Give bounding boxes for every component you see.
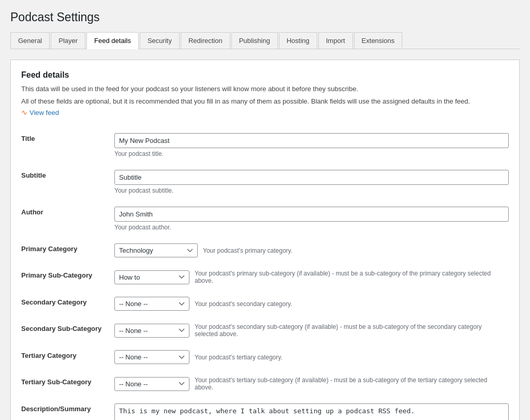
field-label-tertiary-sub-category: Tertiary Sub-Category	[21, 370, 114, 397]
description-textarea[interactable]	[114, 403, 509, 420]
field-cell-primary-sub-category: -- None --How toTech NewsGadgetsPodcasti…	[114, 264, 509, 291]
subtitle-desc: Your podcast subtitle.	[114, 187, 509, 194]
tab-publishing[interactable]: Publishing	[231, 32, 278, 49]
secondary-category-desc: Your podcast's secondary category.	[195, 300, 292, 308]
tab-security[interactable]: Security	[140, 32, 180, 49]
section-desc2: All of these fields are optional, but it…	[21, 96, 509, 107]
primary-category-desc: Your podcast's primary category.	[203, 247, 292, 254]
title-input[interactable]	[114, 133, 509, 148]
secondary-sub-category-desc: Your podcast's secondary sub-category (i…	[195, 323, 505, 338]
field-label-description: Description/Summary	[21, 397, 114, 420]
tertiary-sub-category-desc: Your podcast's tertiary sub-category (if…	[195, 376, 505, 391]
page-title: Podcast Settings	[10, 10, 520, 24]
field-row-secondary-sub-category: Secondary Sub-Category -- None -- Your p…	[21, 317, 509, 344]
field-row-tertiary-category: Tertiary Category -- None --TechnologyAr…	[21, 344, 509, 370]
secondary-category-row: -- None --TechnologyArtsBusinessComedyEd…	[114, 297, 509, 311]
field-cell-primary-category: TechnologyArtsBusinessComedyEducationFic…	[114, 237, 509, 264]
section-title: Feed details	[21, 70, 509, 80]
field-cell-secondary-category: -- None --TechnologyArtsBusinessComedyEd…	[114, 291, 509, 317]
tabs-nav: General Player Feed details Security Red…	[10, 32, 520, 49]
author-input[interactable]	[114, 207, 509, 222]
secondary-sub-category-row: -- None -- Your podcast's secondary sub-…	[114, 323, 509, 338]
field-label-subtitle: Subtitle	[21, 164, 114, 200]
field-row-title: Title Your podcast title.	[21, 127, 509, 164]
tertiary-category-desc: Your podcast's tertiary category.	[195, 354, 283, 361]
settings-form: Title Your podcast title. Subtitle Your …	[21, 127, 509, 420]
field-cell-author: Your podcast author.	[114, 200, 509, 237]
tab-hosting[interactable]: Hosting	[279, 32, 317, 49]
field-row-tertiary-sub-category: Tertiary Sub-Category -- None -- Your po…	[21, 370, 509, 397]
field-label-tertiary-category: Tertiary Category	[21, 344, 114, 370]
field-cell-description	[114, 397, 509, 420]
field-cell-tertiary-sub-category: -- None -- Your podcast's tertiary sub-c…	[114, 370, 509, 397]
field-row-author: Author Your podcast author.	[21, 200, 509, 237]
primary-sub-category-desc: Your podcast's primary sub-category (if …	[195, 270, 505, 284]
primary-sub-category-select[interactable]: -- None --How toTech NewsGadgetsPodcasti…	[114, 270, 189, 284]
field-row-primary-sub-category: Primary Sub-Category -- None --How toTec…	[21, 264, 509, 291]
tab-redirection[interactable]: Redirection	[181, 32, 230, 49]
field-row-subtitle: Subtitle Your podcast subtitle.	[21, 164, 509, 200]
tab-general[interactable]: General	[10, 32, 50, 49]
primary-category-row: TechnologyArtsBusinessComedyEducationFic…	[114, 243, 509, 257]
tertiary-sub-category-select[interactable]: -- None --	[114, 377, 189, 391]
field-cell-title: Your podcast title.	[114, 127, 509, 164]
tab-feed-details[interactable]: Feed details	[86, 32, 139, 49]
secondary-category-select[interactable]: -- None --TechnologyArtsBusinessComedyEd…	[114, 297, 189, 311]
author-desc: Your podcast author.	[114, 224, 509, 231]
rss-icon: ∿	[21, 108, 27, 117]
primary-sub-category-row: -- None --How toTech NewsGadgetsPodcasti…	[114, 270, 509, 284]
field-label-title: Title	[21, 127, 114, 164]
view-feed-label: View feed	[30, 109, 59, 117]
tertiary-category-select[interactable]: -- None --TechnologyArtsBusiness	[114, 350, 189, 364]
subtitle-input[interactable]	[114, 170, 509, 185]
field-label-secondary-sub-category: Secondary Sub-Category	[21, 317, 114, 344]
field-label-secondary-category: Secondary Category	[21, 291, 114, 317]
field-row-secondary-category: Secondary Category -- None --TechnologyA…	[21, 291, 509, 317]
tertiary-category-row: -- None --TechnologyArtsBusiness Your po…	[114, 350, 509, 364]
secondary-sub-category-select[interactable]: -- None --	[114, 324, 189, 338]
section-desc1: This data will be used in the feed for y…	[21, 84, 509, 94]
title-desc: Your podcast title.	[114, 150, 509, 157]
feed-details-panel: Feed details This data will be used in t…	[10, 60, 520, 420]
field-cell-secondary-sub-category: -- None -- Your podcast's secondary sub-…	[114, 317, 509, 344]
tab-player[interactable]: Player	[51, 32, 85, 49]
field-label-primary-sub-category: Primary Sub-Category	[21, 264, 114, 291]
tab-extensions[interactable]: Extensions	[354, 32, 403, 49]
primary-category-select[interactable]: TechnologyArtsBusinessComedyEducationFic…	[114, 243, 198, 257]
field-cell-subtitle: Your podcast subtitle.	[114, 164, 509, 200]
field-row-primary-category: Primary Category TechnologyArtsBusinessC…	[21, 237, 509, 264]
tertiary-sub-category-row: -- None -- Your podcast's tertiary sub-c…	[114, 376, 509, 391]
field-cell-tertiary-category: -- None --TechnologyArtsBusiness Your po…	[114, 344, 509, 370]
field-label-author: Author	[21, 200, 114, 237]
view-feed-link[interactable]: ∿ View feed	[21, 108, 59, 117]
field-row-description: Description/Summary	[21, 397, 509, 420]
tab-import[interactable]: Import	[318, 32, 353, 49]
field-label-primary-category: Primary Category	[21, 237, 114, 264]
